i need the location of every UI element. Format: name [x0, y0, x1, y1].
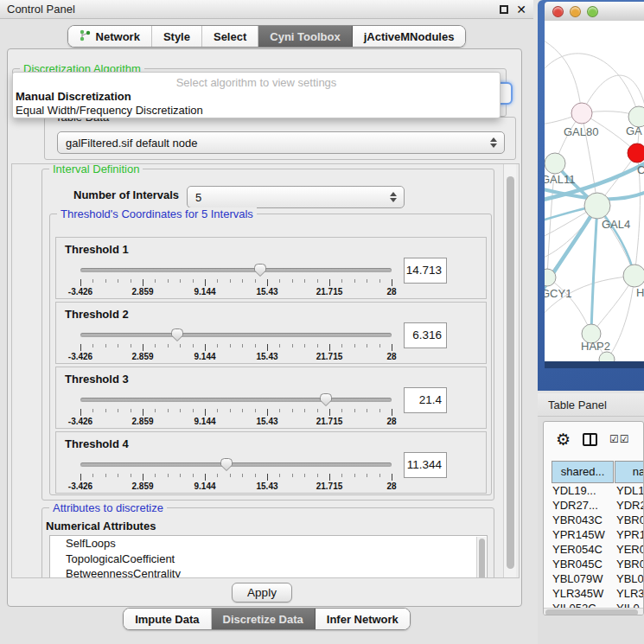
cell-name[interactable]: YIL0 — [616, 601, 640, 608]
table-hscrollbar-thumb[interactable] — [545, 609, 638, 615]
column-header-name[interactable]: na — [615, 461, 644, 483]
screen: Control Panel ✕ NetworkStyleSelectCyni T… — [0, 0, 644, 644]
slider-handle[interactable] — [219, 456, 234, 472]
dropdown-option-equal-width-frequency[interactable]: Equal Width/Frequency Discretization — [16, 104, 203, 117]
threshold-slider[interactable] — [80, 326, 392, 343]
cell-name[interactable]: YBR0 — [616, 513, 643, 527]
slider-handle[interactable] — [252, 262, 268, 277]
column-header-shared-name[interactable]: shared... — [552, 461, 614, 483]
threshold-value-field[interactable]: 21.4 — [404, 387, 447, 413]
apply-button[interactable]: Apply — [232, 583, 292, 603]
cell-shared-name[interactable]: YER054C — [552, 542, 603, 557]
settings-scrollbar-thumb[interactable] — [507, 176, 514, 569]
tab-jactivemnodules[interactable]: jActiveMNodules — [352, 26, 466, 47]
top-tab-row: NetworkStyleSelectCyni ToolboxjActiveMNo… — [0, 25, 533, 48]
threshold-value-field[interactable]: 11.344 — [404, 452, 447, 478]
table-data-group: Table Data galFiltered.sif default node — [44, 117, 516, 160]
table-row[interactable]: YDR27...YDR2 — [544, 498, 643, 513]
attribute-item-selfloops[interactable]: SelfLoops — [50, 536, 487, 552]
table-data-combobox[interactable]: galFiltered.sif default node — [57, 131, 505, 154]
cell-name[interactable]: YBL0 — [616, 571, 643, 586]
threshold-value-field[interactable]: 14.713 — [404, 258, 447, 284]
tab-cyni-toolbox[interactable]: Cyni Toolbox — [258, 26, 351, 47]
cell-shared-name[interactable]: YPR145W — [552, 527, 605, 542]
threshold-slider[interactable] — [80, 261, 392, 278]
control-panel-body: Discretization Algorithm Select algorith… — [7, 48, 522, 607]
zoom-traffic-light-button[interactable] — [587, 6, 598, 17]
number-of-intervals-combobox[interactable]: 5 — [187, 186, 405, 208]
threshold-value-field[interactable]: 6.316 — [404, 322, 447, 348]
cell-name[interactable]: YDR2 — [616, 498, 643, 513]
node-bottom-clipped[interactable] — [599, 352, 615, 361]
threshold-label: Threshold 2 — [65, 308, 129, 321]
gear-icon[interactable]: ⚙ — [556, 431, 571, 448]
network-window-bottom-edge — [545, 361, 644, 368]
node-pink[interactable] — [571, 103, 592, 124]
attributes-list-scrollbar[interactable] — [476, 537, 486, 578]
cell-name[interactable]: YLR3 — [616, 586, 643, 601]
cell-shared-name[interactable]: YBL079W — [552, 571, 603, 586]
table-row[interactable]: YLR345WYLR3 — [544, 586, 643, 601]
cell-shared-name[interactable]: YLR345W — [552, 586, 603, 601]
table-row[interactable]: YBR043CYBR0 — [544, 513, 643, 527]
attributes-group-title: Attributes to discretize — [49, 501, 167, 514]
thresholds-group-title: Threshold's Coordinates for 5 Intervals — [57, 207, 257, 220]
minimize-traffic-light-button[interactable] — [570, 6, 581, 17]
cell-name[interactable]: YPR1 — [616, 527, 643, 542]
attribute-item-topologicalcoefficient[interactable]: TopologicalCoefficient — [50, 552, 487, 567]
cell-shared-name[interactable]: YBR043C — [552, 513, 603, 527]
threshold-slider[interactable] — [80, 456, 392, 473]
table-row[interactable]: YBL079WYBL0 — [544, 571, 643, 586]
node-right-h[interactable] — [623, 265, 644, 287]
tab-label: Network — [96, 30, 140, 43]
network-canvas[interactable]: GAL80 GA C GAL11 GAL4 GCY1 H HAP2 — [545, 21, 644, 361]
tab-select[interactable]: Select — [201, 26, 258, 47]
threshold-label: Threshold 1 — [65, 243, 129, 256]
table-row[interactable]: YDL19...YDL1 — [544, 483, 643, 498]
slider-handle[interactable] — [169, 327, 185, 342]
split-columns-icon[interactable] — [583, 433, 597, 446]
tab-network[interactable]: Network — [68, 26, 151, 47]
number-of-intervals-label: Number of Intervals — [73, 188, 179, 201]
node-label-gal11: GAL11 — [545, 173, 576, 186]
attribute-item-betweennesscentrality[interactable]: BetweennessCentrality — [50, 566, 487, 578]
attribute-items: SelfLoopsTopologicalCoefficientBetweenne… — [50, 536, 487, 578]
cell-name[interactable]: YBR0 — [616, 557, 643, 571]
node-gal4[interactable] — [584, 193, 610, 219]
table-row[interactable]: YPR145WYPR1 — [544, 527, 643, 542]
cell-name[interactable]: YER0 — [616, 542, 643, 557]
tab-impute-data[interactable]: Impute Data — [124, 609, 210, 629]
cell-shared-name[interactable]: YDR27... — [552, 498, 598, 513]
slider-track[interactable] — [80, 398, 392, 402]
close-traffic-light-button[interactable] — [552, 6, 564, 17]
dropdown-option-manual-discretization[interactable]: Manual Discretization — [16, 90, 131, 103]
threshold-box-1: Threshold 1-3.4262.8599.14415.4321.71528… — [55, 237, 487, 299]
tab-style[interactable]: Style — [151, 26, 201, 47]
cell-shared-name[interactable]: YIL052C — [552, 601, 596, 608]
table-row[interactable]: YER054CYER0 — [544, 542, 643, 557]
cell-shared-name[interactable]: YBR045C — [552, 557, 603, 571]
cell-name[interactable]: YDL1 — [616, 483, 643, 498]
attributes-scrollbar-thumb[interactable] — [479, 539, 485, 578]
tab-label: Cyni Toolbox — [270, 30, 340, 43]
table-row[interactable]: YIL052CYIL0 — [544, 601, 643, 608]
settings-scrollbar[interactable] — [503, 164, 516, 577]
stepper-arrows-icon — [490, 137, 497, 148]
table-horizontal-scrollbar[interactable] — [544, 608, 643, 615]
close-icon[interactable]: ✕ — [516, 3, 526, 16]
tab-infer-network[interactable]: Infer Network — [315, 609, 410, 629]
slider-track[interactable] — [80, 462, 392, 467]
slider-track[interactable] — [80, 333, 392, 337]
select-columns-checkbox-icons[interactable]: ☑☑ — [609, 433, 630, 445]
slider-handle[interactable] — [318, 392, 334, 407]
cell-shared-name[interactable]: YDL19... — [552, 483, 596, 498]
node-gal11[interactable] — [545, 153, 565, 174]
float-window-icon[interactable] — [500, 5, 508, 14]
threshold-slider[interactable] — [80, 391, 392, 408]
node-highlighted-red[interactable] — [628, 143, 644, 163]
table-toolbar: ⚙ ☑☑ — [544, 422, 643, 456]
threshold-box-3: Threshold 3-3.4262.8599.14415.4321.71528… — [55, 367, 487, 429]
slider-track[interactable] — [80, 268, 392, 272]
tab-discretize-data[interactable]: Discretize Data — [211, 609, 315, 629]
table-row[interactable]: YBR045CYBR0 — [544, 557, 643, 571]
